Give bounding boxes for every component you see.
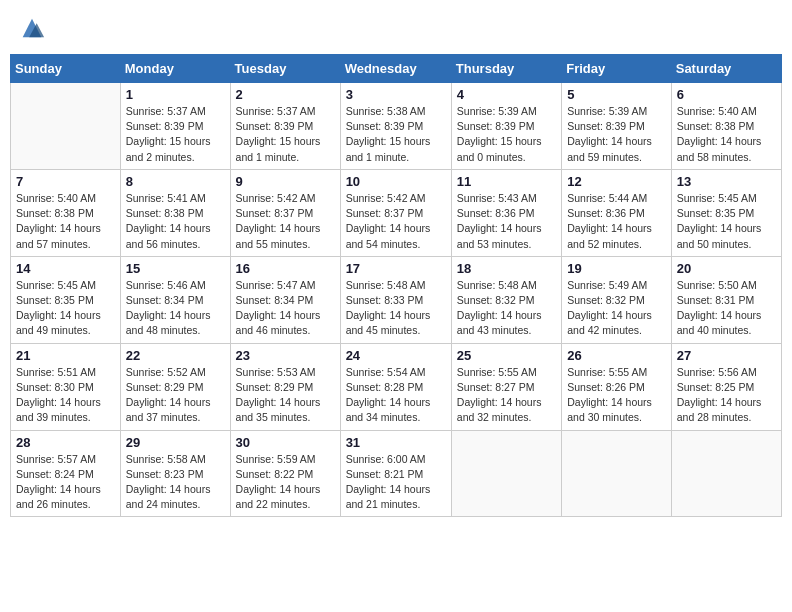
calendar-cell: 15Sunrise: 5:46 AM Sunset: 8:34 PM Dayli… [120, 256, 230, 343]
calendar-table: SundayMondayTuesdayWednesdayThursdayFrid… [10, 54, 782, 517]
day-info: Sunrise: 5:40 AM Sunset: 8:38 PM Dayligh… [16, 191, 115, 252]
calendar-week-row: 21Sunrise: 5:51 AM Sunset: 8:30 PM Dayli… [11, 343, 782, 430]
day-header-thursday: Thursday [451, 55, 561, 83]
day-info: Sunrise: 5:48 AM Sunset: 8:33 PM Dayligh… [346, 278, 446, 339]
day-info: Sunrise: 5:59 AM Sunset: 8:22 PM Dayligh… [236, 452, 335, 513]
calendar-cell: 31Sunrise: 6:00 AM Sunset: 8:21 PM Dayli… [340, 430, 451, 517]
day-info: Sunrise: 5:38 AM Sunset: 8:39 PM Dayligh… [346, 104, 446, 165]
day-number: 23 [236, 348, 335, 363]
day-header-sunday: Sunday [11, 55, 121, 83]
calendar-cell: 2Sunrise: 5:37 AM Sunset: 8:39 PM Daylig… [230, 83, 340, 170]
calendar-cell [451, 430, 561, 517]
day-number: 19 [567, 261, 666, 276]
day-info: Sunrise: 5:42 AM Sunset: 8:37 PM Dayligh… [236, 191, 335, 252]
calendar-week-row: 28Sunrise: 5:57 AM Sunset: 8:24 PM Dayli… [11, 430, 782, 517]
day-number: 29 [126, 435, 225, 450]
calendar-cell: 18Sunrise: 5:48 AM Sunset: 8:32 PM Dayli… [451, 256, 561, 343]
day-header-monday: Monday [120, 55, 230, 83]
day-number: 11 [457, 174, 556, 189]
day-info: Sunrise: 5:45 AM Sunset: 8:35 PM Dayligh… [677, 191, 776, 252]
day-number: 20 [677, 261, 776, 276]
day-info: Sunrise: 5:37 AM Sunset: 8:39 PM Dayligh… [126, 104, 225, 165]
calendar-week-row: 7Sunrise: 5:40 AM Sunset: 8:38 PM Daylig… [11, 169, 782, 256]
day-number: 13 [677, 174, 776, 189]
day-info: Sunrise: 5:53 AM Sunset: 8:29 PM Dayligh… [236, 365, 335, 426]
day-number: 14 [16, 261, 115, 276]
day-header-saturday: Saturday [671, 55, 781, 83]
calendar-cell: 17Sunrise: 5:48 AM Sunset: 8:33 PM Dayli… [340, 256, 451, 343]
calendar-cell: 20Sunrise: 5:50 AM Sunset: 8:31 PM Dayli… [671, 256, 781, 343]
day-number: 1 [126, 87, 225, 102]
calendar-cell: 25Sunrise: 5:55 AM Sunset: 8:27 PM Dayli… [451, 343, 561, 430]
day-info: Sunrise: 5:48 AM Sunset: 8:32 PM Dayligh… [457, 278, 556, 339]
calendar-cell: 22Sunrise: 5:52 AM Sunset: 8:29 PM Dayli… [120, 343, 230, 430]
calendar-cell: 12Sunrise: 5:44 AM Sunset: 8:36 PM Dayli… [562, 169, 672, 256]
day-info: Sunrise: 5:57 AM Sunset: 8:24 PM Dayligh… [16, 452, 115, 513]
day-number: 6 [677, 87, 776, 102]
calendar-cell: 28Sunrise: 5:57 AM Sunset: 8:24 PM Dayli… [11, 430, 121, 517]
calendar-header-row: SundayMondayTuesdayWednesdayThursdayFrid… [11, 55, 782, 83]
page-header [10, 10, 782, 46]
day-number: 3 [346, 87, 446, 102]
day-number: 9 [236, 174, 335, 189]
day-info: Sunrise: 5:47 AM Sunset: 8:34 PM Dayligh… [236, 278, 335, 339]
day-number: 7 [16, 174, 115, 189]
day-number: 5 [567, 87, 666, 102]
calendar-cell: 14Sunrise: 5:45 AM Sunset: 8:35 PM Dayli… [11, 256, 121, 343]
day-info: Sunrise: 6:00 AM Sunset: 8:21 PM Dayligh… [346, 452, 446, 513]
day-info: Sunrise: 5:46 AM Sunset: 8:34 PM Dayligh… [126, 278, 225, 339]
calendar-cell: 21Sunrise: 5:51 AM Sunset: 8:30 PM Dayli… [11, 343, 121, 430]
day-number: 31 [346, 435, 446, 450]
calendar-cell: 4Sunrise: 5:39 AM Sunset: 8:39 PM Daylig… [451, 83, 561, 170]
day-info: Sunrise: 5:39 AM Sunset: 8:39 PM Dayligh… [457, 104, 556, 165]
day-info: Sunrise: 5:58 AM Sunset: 8:23 PM Dayligh… [126, 452, 225, 513]
calendar-cell: 5Sunrise: 5:39 AM Sunset: 8:39 PM Daylig… [562, 83, 672, 170]
day-info: Sunrise: 5:56 AM Sunset: 8:25 PM Dayligh… [677, 365, 776, 426]
calendar-cell: 23Sunrise: 5:53 AM Sunset: 8:29 PM Dayli… [230, 343, 340, 430]
calendar-cell: 19Sunrise: 5:49 AM Sunset: 8:32 PM Dayli… [562, 256, 672, 343]
calendar-cell: 29Sunrise: 5:58 AM Sunset: 8:23 PM Dayli… [120, 430, 230, 517]
calendar-cell [562, 430, 672, 517]
day-header-tuesday: Tuesday [230, 55, 340, 83]
day-info: Sunrise: 5:41 AM Sunset: 8:38 PM Dayligh… [126, 191, 225, 252]
day-number: 18 [457, 261, 556, 276]
calendar-week-row: 1Sunrise: 5:37 AM Sunset: 8:39 PM Daylig… [11, 83, 782, 170]
calendar-cell: 24Sunrise: 5:54 AM Sunset: 8:28 PM Dayli… [340, 343, 451, 430]
calendar-cell: 10Sunrise: 5:42 AM Sunset: 8:37 PM Dayli… [340, 169, 451, 256]
calendar-week-row: 14Sunrise: 5:45 AM Sunset: 8:35 PM Dayli… [11, 256, 782, 343]
day-info: Sunrise: 5:45 AM Sunset: 8:35 PM Dayligh… [16, 278, 115, 339]
calendar-cell: 9Sunrise: 5:42 AM Sunset: 8:37 PM Daylig… [230, 169, 340, 256]
day-header-friday: Friday [562, 55, 672, 83]
day-number: 21 [16, 348, 115, 363]
calendar-cell: 3Sunrise: 5:38 AM Sunset: 8:39 PM Daylig… [340, 83, 451, 170]
day-info: Sunrise: 5:55 AM Sunset: 8:27 PM Dayligh… [457, 365, 556, 426]
day-number: 28 [16, 435, 115, 450]
calendar-cell: 7Sunrise: 5:40 AM Sunset: 8:38 PM Daylig… [11, 169, 121, 256]
calendar-cell: 8Sunrise: 5:41 AM Sunset: 8:38 PM Daylig… [120, 169, 230, 256]
day-number: 24 [346, 348, 446, 363]
day-info: Sunrise: 5:43 AM Sunset: 8:36 PM Dayligh… [457, 191, 556, 252]
day-info: Sunrise: 5:49 AM Sunset: 8:32 PM Dayligh… [567, 278, 666, 339]
day-info: Sunrise: 5:50 AM Sunset: 8:31 PM Dayligh… [677, 278, 776, 339]
calendar-cell: 13Sunrise: 5:45 AM Sunset: 8:35 PM Dayli… [671, 169, 781, 256]
day-info: Sunrise: 5:52 AM Sunset: 8:29 PM Dayligh… [126, 365, 225, 426]
day-number: 17 [346, 261, 446, 276]
calendar-cell: 26Sunrise: 5:55 AM Sunset: 8:26 PM Dayli… [562, 343, 672, 430]
calendar-cell [671, 430, 781, 517]
logo [16, 14, 46, 42]
day-number: 4 [457, 87, 556, 102]
day-number: 15 [126, 261, 225, 276]
logo-icon [18, 14, 46, 42]
day-info: Sunrise: 5:51 AM Sunset: 8:30 PM Dayligh… [16, 365, 115, 426]
day-info: Sunrise: 5:37 AM Sunset: 8:39 PM Dayligh… [236, 104, 335, 165]
day-number: 12 [567, 174, 666, 189]
calendar-cell: 16Sunrise: 5:47 AM Sunset: 8:34 PM Dayli… [230, 256, 340, 343]
calendar-cell: 11Sunrise: 5:43 AM Sunset: 8:36 PM Dayli… [451, 169, 561, 256]
day-number: 10 [346, 174, 446, 189]
day-info: Sunrise: 5:39 AM Sunset: 8:39 PM Dayligh… [567, 104, 666, 165]
day-number: 2 [236, 87, 335, 102]
day-number: 8 [126, 174, 225, 189]
day-info: Sunrise: 5:54 AM Sunset: 8:28 PM Dayligh… [346, 365, 446, 426]
day-info: Sunrise: 5:42 AM Sunset: 8:37 PM Dayligh… [346, 191, 446, 252]
calendar-cell: 27Sunrise: 5:56 AM Sunset: 8:25 PM Dayli… [671, 343, 781, 430]
